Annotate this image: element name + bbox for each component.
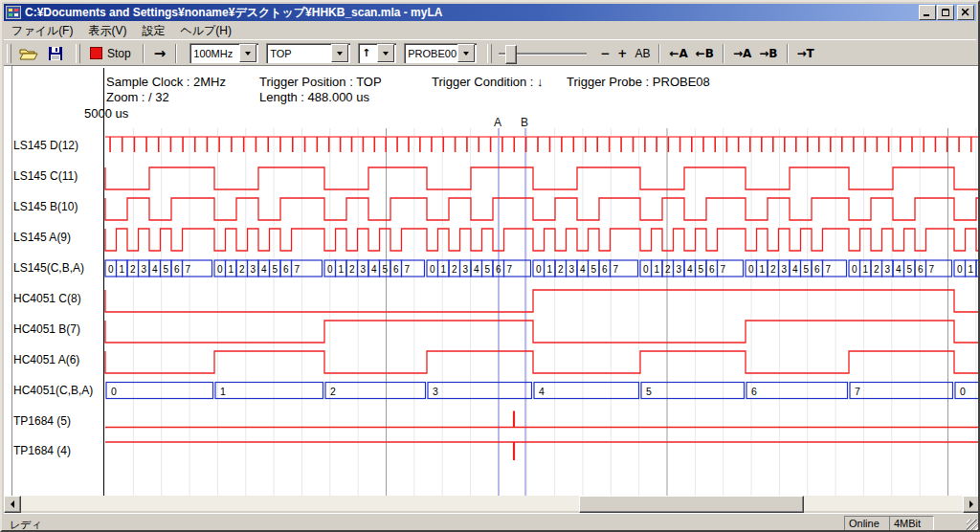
svg-text:5: 5 [272, 264, 278, 275]
sample-clock-combo[interactable]: 100MHz [189, 43, 258, 63]
svg-text:2: 2 [558, 264, 564, 275]
svg-text:6: 6 [174, 264, 180, 275]
svg-text:3: 3 [360, 264, 366, 275]
svg-text:1: 1 [968, 264, 973, 275]
scrollbar-thumb[interactable] [579, 496, 804, 513]
svg-text:7: 7 [928, 264, 934, 275]
zoom-out-button[interactable]: − [596, 43, 613, 64]
menu-view[interactable]: 表示(V) [80, 22, 134, 40]
svg-text:0: 0 [217, 264, 223, 275]
trigger-probe-combo[interactable]: PROBE00 [404, 43, 477, 63]
svg-text:7: 7 [506, 264, 512, 275]
svg-text:6: 6 [283, 264, 289, 275]
zoom-slider-thumb[interactable] [505, 45, 517, 64]
wave-ls145-d-12 [105, 137, 980, 152]
svg-text:4: 4 [474, 264, 479, 275]
wave-ls145-c-11 [105, 167, 980, 189]
status-memory-badge: 4MBit [889, 516, 934, 532]
toolbar-grip[interactable] [7, 44, 11, 63]
toolbar-grip[interactable] [76, 44, 80, 63]
svg-text:0: 0 [748, 264, 754, 275]
save-button[interactable] [43, 43, 68, 64]
scroll-left-button[interactable] [4, 496, 21, 513]
menu-settings[interactable]: 設定 [134, 22, 172, 40]
svg-text:7: 7 [404, 264, 410, 275]
zoom-slider[interactable] [499, 44, 587, 63]
svg-text:3: 3 [568, 264, 574, 275]
svg-text:5: 5 [906, 264, 912, 275]
app-window: C:¥Documents and Settings¥noname¥デスクトップ¥… [0, 0, 980, 532]
set-cursor-b-button[interactable]: →B [755, 43, 781, 64]
set-cursor-a-button[interactable]: →A [729, 43, 755, 64]
open-folder-icon [19, 46, 38, 61]
toolbar-grip[interactable] [487, 44, 492, 63]
chevron-down-icon[interactable] [457, 44, 475, 62]
svg-text:1: 1 [546, 264, 552, 275]
svg-text:2: 2 [874, 264, 880, 275]
menu-help[interactable]: ヘルプ(H) [172, 22, 239, 40]
trigger-position-value: TOP [266, 48, 331, 59]
svg-text:6: 6 [602, 264, 608, 275]
app-icon[interactable] [6, 6, 21, 19]
chevron-down-icon[interactable] [377, 44, 394, 62]
svg-text:0: 0 [430, 264, 435, 275]
zoom-in-button[interactable]: + [613, 43, 631, 64]
ab-button[interactable]: AB [631, 43, 654, 64]
svg-text:5: 5 [163, 264, 168, 275]
run-button[interactable]: → [149, 43, 171, 64]
resize-grip[interactable] [967, 520, 979, 532]
svg-text:1: 1 [220, 386, 226, 397]
wave-tp1684-4 [105, 442, 980, 460]
svg-text:4: 4 [896, 264, 902, 275]
chevron-down-icon[interactable] [239, 44, 256, 62]
goto-trigger-button[interactable]: →T [793, 43, 818, 64]
goto-cursor-b-button[interactable]: ←B [692, 43, 718, 64]
waveform-display[interactable]: AB01234567012345670123456701234567012345… [4, 66, 980, 497]
svg-text:3: 3 [884, 264, 890, 275]
svg-text:2: 2 [452, 264, 457, 275]
menu-file[interactable]: ファイル(F) [4, 22, 80, 40]
svg-text:7: 7 [855, 386, 860, 397]
svg-text:3: 3 [250, 264, 256, 275]
trigger-edge-combo[interactable]: ↑ [358, 43, 396, 63]
svg-text:4: 4 [371, 264, 377, 275]
svg-text:0: 0 [852, 264, 858, 275]
svg-text:0: 0 [111, 386, 117, 397]
svg-text:2: 2 [130, 264, 136, 275]
svg-text:1: 1 [338, 264, 344, 275]
status-online-badge: Online [844, 516, 890, 532]
svg-text:3: 3 [781, 264, 787, 275]
wave-hc4051-c-8 [105, 290, 980, 312]
chevron-down-icon[interactable] [331, 44, 348, 62]
svg-text:4: 4 [580, 264, 586, 275]
titlebar[interactable]: C:¥Documents and Settings¥noname¥デスクトップ¥… [4, 4, 976, 21]
svg-text:6: 6 [393, 264, 399, 275]
svg-text:0: 0 [327, 264, 333, 275]
svg-text:3: 3 [433, 386, 438, 397]
minimize-button[interactable] [919, 5, 936, 20]
svg-text:6: 6 [814, 264, 820, 275]
stop-icon [90, 47, 102, 59]
trigger-position-combo[interactable]: TOP [266, 43, 350, 63]
scroll-right-button[interactable] [963, 496, 980, 513]
svg-text:5: 5 [382, 264, 388, 275]
open-file-button[interactable] [14, 43, 43, 64]
floppy-icon [48, 46, 63, 61]
svg-text:0: 0 [957, 264, 963, 275]
svg-text:5: 5 [590, 264, 596, 275]
svg-text:7: 7 [294, 264, 300, 275]
svg-text:1: 1 [862, 264, 868, 275]
svg-text:5: 5 [646, 386, 652, 397]
trigger-edge-value: ↑ [358, 47, 377, 59]
horizontal-scrollbar[interactable] [4, 496, 980, 511]
close-button[interactable] [957, 5, 974, 20]
triangle-right-icon [969, 500, 973, 508]
svg-text:1: 1 [654, 264, 659, 275]
svg-text:7: 7 [720, 264, 725, 275]
goto-cursor-a-button[interactable]: ←A [665, 43, 691, 64]
stop-button[interactable]: Stop [83, 43, 138, 64]
svg-text:6: 6 [709, 264, 715, 275]
maximize-button[interactable] [937, 5, 954, 20]
svg-text:4: 4 [539, 386, 545, 397]
menubar: ファイル(F) 表示(V) 設定 ヘルプ(H) [4, 22, 976, 39]
